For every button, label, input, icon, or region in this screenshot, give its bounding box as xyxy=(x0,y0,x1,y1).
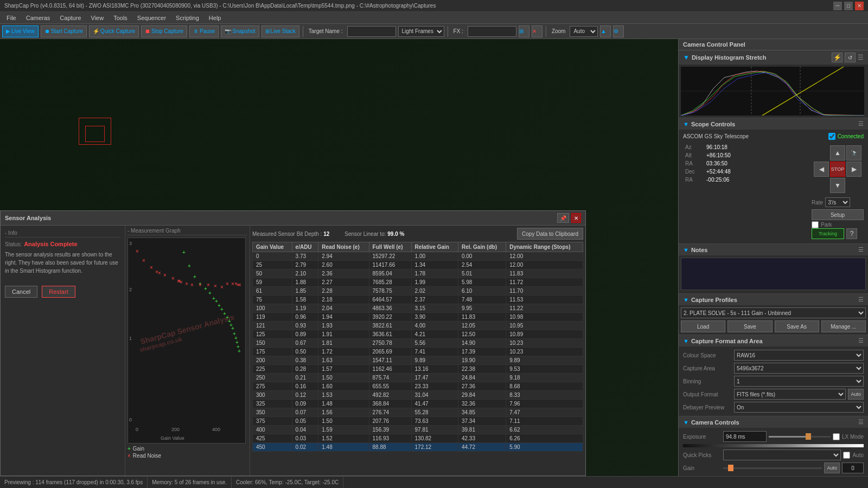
light-frames-select[interactable]: Light Frames Dark Frames Flat Frames Bia… xyxy=(398,26,444,37)
output-auto-button[interactable]: Auto xyxy=(848,389,864,400)
table-row[interactable]: 3500.071.56276.7455.2834.857.47 xyxy=(253,408,583,417)
notes-header[interactable]: ▼ Notes ☰ xyxy=(679,244,868,255)
cancel-button[interactable]: Cancel xyxy=(5,286,37,298)
restart-button[interactable]: Restart xyxy=(42,286,75,298)
gain-value-input[interactable] xyxy=(842,463,864,473)
fx-btn2[interactable]: ✕ xyxy=(532,25,542,37)
table-row[interactable]: 591.882.277685.281.995.9811.72 xyxy=(253,278,583,287)
table-row[interactable]: 1750.501.722065.697.4117.3910.23 xyxy=(253,348,583,356)
menu-file[interactable]: File xyxy=(2,14,21,22)
colour-space-select[interactable]: RAW16RAW8RGB24 xyxy=(734,350,864,361)
start-capture-button[interactable]: ⏺ Start Capture xyxy=(41,25,87,37)
snapshot-button[interactable]: 📷 Snapshot xyxy=(221,25,259,37)
table-row[interactable]: 1210.931.933822.614.0012.0510.95 xyxy=(253,322,583,330)
zoom-select[interactable]: Auto 25% 50% 100% xyxy=(570,26,598,37)
table-row[interactable]: 03.732.9415297.221.000.0012.00 xyxy=(253,252,583,261)
table-row[interactable]: 3750.051.50207.7673.6337.347.11 xyxy=(253,417,583,426)
exposure-input[interactable] xyxy=(723,431,767,442)
table-row[interactable]: 4000.041.59156.3997.8139.816.62 xyxy=(253,426,583,434)
rate-select[interactable]: 3'/s 1'/s 0.5'/s xyxy=(825,197,850,207)
histogram-reset-button[interactable]: ↺ xyxy=(845,53,856,62)
debayer-select[interactable]: OnOff xyxy=(734,402,864,413)
table-row[interactable]: 1250.891.913636.614.2112.5010.89 xyxy=(253,330,583,339)
menu-scripting[interactable]: Scripting xyxy=(171,14,203,22)
stop-capture-button[interactable]: ⏹ Stop Capture xyxy=(141,25,187,37)
fx-input[interactable] xyxy=(468,26,516,37)
menu-help[interactable]: Help xyxy=(205,14,226,22)
capture-area-select[interactable]: 5496x3672 xyxy=(734,363,864,374)
table-row[interactable]: 1500.671.812750.785.5614.9010.23 xyxy=(253,339,583,348)
menu-view[interactable]: View xyxy=(87,14,108,22)
table-row[interactable]: 502.102.368595.041.785.0111.83 xyxy=(253,269,583,278)
scope-icon-button[interactable]: 🔭 xyxy=(846,145,861,160)
table-row[interactable]: 2500.211.50875.7417.4724.849.18 xyxy=(253,374,583,382)
quick-picks-auto-checkbox[interactable] xyxy=(843,452,850,459)
exposure-slider-thumb[interactable] xyxy=(806,433,811,440)
table-row[interactable]: 2000.381.631547.119.8919.909.89 xyxy=(253,356,583,365)
fx-btn1[interactable]: ⊞ xyxy=(519,25,529,37)
help-button[interactable]: ? xyxy=(846,228,857,239)
dialog-pin-button[interactable]: 📌 xyxy=(557,213,569,223)
table-row[interactable]: 2750.161.60655.5523.3327.368.68 xyxy=(253,382,583,391)
manage-profiles-button[interactable]: Manage ... xyxy=(821,320,866,332)
table-row[interactable]: 1190.961.943920.223.9011.8310.98 xyxy=(253,313,583,322)
menu-tools[interactable]: Tools xyxy=(109,14,132,22)
table-row[interactable]: 611.852.287578.752.026.1011.70 xyxy=(253,287,583,296)
table-row[interactable]: 252.792.6011417.661.342.5412.00 xyxy=(253,261,583,269)
save-as-profile-button[interactable]: Save As xyxy=(775,320,819,332)
capture-profiles-header[interactable]: ▼ Capture Profiles ☰ xyxy=(679,294,868,305)
copy-data-button[interactable]: Copy Data to Clipboard xyxy=(517,228,583,240)
east-button[interactable]: ▶ xyxy=(846,162,861,177)
graph-svg: + + + + + + + + + + + + xyxy=(128,238,246,444)
minimize-button[interactable]: ─ xyxy=(833,2,842,10)
camera-controls-header[interactable]: ▼ Camera Controls ☰ xyxy=(679,416,868,428)
menu-capture[interactable]: Capture xyxy=(55,14,85,22)
table-row[interactable]: 2250.281.571162.4613.1622.389.53 xyxy=(253,365,583,374)
scope-connected-checkbox[interactable] xyxy=(828,133,835,140)
histogram-lightning-button[interactable]: ⚡ xyxy=(832,53,843,62)
scope-header[interactable]: ▼ Scope Controls ☰ xyxy=(679,118,868,130)
load-profile-button[interactable]: Load xyxy=(681,320,725,332)
setup-button[interactable]: Setup xyxy=(812,209,864,220)
output-format-select[interactable]: FITS files (*.fits) PNG files TIFF files xyxy=(734,389,846,400)
tracking-button[interactable]: Tracking xyxy=(812,228,844,239)
histogram-menu-button[interactable]: ☰ xyxy=(858,53,864,62)
quick-capture-button[interactable]: ⚡ Quick Capture xyxy=(89,25,139,37)
dialog-close-button[interactable]: ✕ xyxy=(571,213,581,223)
maximize-button[interactable]: □ xyxy=(844,2,853,10)
histogram-title: Display Histogram Stretch xyxy=(692,54,767,61)
live-stack-button[interactable]: ⊞ Live Stack xyxy=(261,25,299,37)
close-button[interactable]: ✕ xyxy=(855,2,864,10)
zoom-up-button[interactable]: ▲ xyxy=(600,25,611,37)
table-row[interactable]: 3250.091.48368.8441.4732.367.96 xyxy=(253,400,583,408)
table-row[interactable]: 751.582.186464.572.377.4811.53 xyxy=(253,296,583,304)
north-button[interactable]: ▲ xyxy=(830,145,845,160)
menu-sequencer[interactable]: Sequencer xyxy=(133,14,170,22)
memory-status: Memory: 5 of 26 frames in use. xyxy=(148,477,232,488)
pause-button[interactable]: ⏸ Pause xyxy=(189,25,219,37)
table-row[interactable]: 3000.121.53492.8231.0429.848.33 xyxy=(253,391,583,400)
table-row[interactable]: 1001.192.044863.363.159.9511.22 xyxy=(253,304,583,313)
gain-slider-thumb[interactable] xyxy=(728,465,733,471)
west-button[interactable]: ◀ xyxy=(814,162,829,177)
target-name-input[interactable] xyxy=(347,26,396,37)
table-row[interactable]: 4500.021.4888.88172.1244.725.90 xyxy=(253,443,583,452)
capture-format-header[interactable]: ▼ Capture Format and Area ☰ xyxy=(679,335,868,346)
table-row[interactable]: 4250.031.52116.93130.8242.336.26 xyxy=(253,434,583,443)
south-button[interactable]: ▼ xyxy=(830,178,845,193)
stop-button[interactable]: STOP xyxy=(830,162,845,177)
menu-cameras[interactable]: Cameras xyxy=(22,14,55,22)
live-view-button[interactable]: ▶ Live View xyxy=(2,25,39,37)
binning-select[interactable]: 124 xyxy=(734,376,864,387)
lx-mode-checkbox[interactable] xyxy=(833,433,840,440)
save-profile-button[interactable]: Save xyxy=(727,320,772,332)
profile-select[interactable]: 2. PLATE SOLVE - 5s - 111 Gain - Unbinne… xyxy=(681,307,866,318)
notes-textarea[interactable] xyxy=(681,258,866,290)
park-checkbox[interactable] xyxy=(812,221,819,228)
gain-auto-button[interactable]: Auto xyxy=(824,463,840,473)
zoom-settings-button[interactable]: ⚙ xyxy=(613,25,624,37)
gain-label: Gain xyxy=(683,465,721,471)
histogram-header[interactable]: ▼ Display Histogram Stretch ⚡ ↺ ☰ xyxy=(679,50,868,65)
notes-section: ▼ Notes ☰ xyxy=(679,244,868,294)
quick-picks-select[interactable] xyxy=(723,450,841,460)
